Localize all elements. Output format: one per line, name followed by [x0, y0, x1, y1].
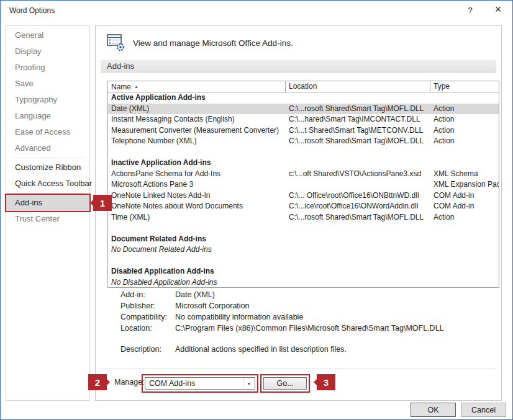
- section-header-addins: Add-ins: [101, 60, 496, 73]
- detail-row: Publisher:Microsoft Corporation: [120, 300, 444, 311]
- sidebar-item-add-ins[interactable]: Add-ins: [6, 195, 89, 211]
- table-empty-row: No Disabled Application Add-ins: [108, 277, 499, 288]
- annotation-box-go-button: Go...: [260, 374, 310, 393]
- sidebar-divider: [11, 158, 84, 158]
- table-row[interactable]: Instant Messaging Contacts (English)C:\.…: [108, 114, 499, 125]
- sidebar-divider: [11, 193, 84, 194]
- help-icon[interactable]: ?: [464, 6, 476, 15]
- column-header-name[interactable]: Name▲: [108, 81, 286, 92]
- badge-number: 3: [324, 377, 329, 388]
- table-group-row: Disabled Application Add-ins: [108, 266, 499, 277]
- table-spacer-row: [108, 147, 499, 158]
- panel-header: View and manage Microsoft Office Add-ins…: [106, 31, 293, 55]
- sidebar-item-general[interactable]: General: [6, 27, 89, 43]
- annotation-box-manage-dropdown: COM Add-ins ▼: [142, 374, 258, 393]
- sidebar-item-proofing[interactable]: Proofing: [6, 60, 89, 76]
- badge-number: 1: [100, 198, 105, 208]
- badge-number: 2: [95, 377, 100, 388]
- sidebar-item-typography[interactable]: Typography: [6, 92, 89, 108]
- go-button[interactable]: Go...: [263, 377, 307, 390]
- sidebar: General Display Proofing Save Typography…: [6, 25, 90, 401]
- table-spacer-row: [108, 256, 499, 267]
- detail-row: Description:Additional actions specified…: [120, 344, 444, 355]
- addins-table: Name▲ Location Type Active Application A…: [107, 81, 499, 288]
- table-body: Active Application Add-ins Date (XML)C:\…: [107, 92, 499, 288]
- badge-pointer: [310, 378, 317, 386]
- badge-pointer: [86, 199, 94, 207]
- manage-label: Manage:: [114, 378, 145, 386]
- annotation-badge-1: 1: [93, 195, 112, 211]
- table-group-row: Active Application Add-ins: [108, 92, 499, 104]
- word-options-dialog: Word Options ? × General Display Proofin…: [0, 0, 513, 420]
- table-empty-row: No Document Related Add-ins: [108, 244, 499, 256]
- table-header: Name▲ Location Type: [107, 81, 499, 92]
- sort-ascending-icon: ▲: [134, 84, 138, 89]
- sidebar-item-save[interactable]: Save: [6, 76, 89, 92]
- close-icon[interactable]: ×: [491, 3, 505, 16]
- table-group-row: Inactive Application Add-ins: [108, 158, 499, 169]
- sidebar-item-trust-center[interactable]: Trust Center: [6, 211, 89, 227]
- detail-row: Compatibility:No compatibility informati…: [120, 311, 444, 323]
- titlebar: Word Options ? ×: [1, 1, 512, 20]
- column-header-type[interactable]: Type: [430, 81, 499, 92]
- panel-description: View and manage Microsoft Office Add-ins…: [133, 38, 293, 48]
- window-title: Word Options: [9, 6, 55, 15]
- divider: [101, 369, 496, 369]
- sidebar-item-language[interactable]: Language: [6, 108, 89, 124]
- sidebar-item-customize-ribbon[interactable]: Customize Ribbon: [6, 159, 89, 176]
- table-row[interactable]: Microsoft Actions Pane 3XML Expansion Pa…: [108, 179, 499, 190]
- manage-dropdown-value: COM Add-ins: [145, 378, 243, 389]
- addins-panel: View and manage Microsoft Office Add-ins…: [95, 25, 502, 401]
- column-header-name-label: Name: [111, 83, 131, 91]
- annotation-badge-3: 3: [317, 374, 335, 390]
- cancel-button[interactable]: Cancel: [461, 403, 506, 417]
- table-row[interactable]: OneNote Linked Notes Add-InC:\... Office…: [108, 190, 499, 202]
- chevron-down-icon[interactable]: ▼: [243, 378, 255, 389]
- badge-pointer: [106, 378, 114, 386]
- addins-icon: [106, 32, 125, 54]
- table-row[interactable]: Measurement Converter (Measurement Conve…: [108, 125, 499, 136]
- detail-row: Add-in:Date (XML): [120, 289, 444, 300]
- column-header-location[interactable]: Location: [286, 81, 430, 92]
- sidebar-item-ease-of-access[interactable]: Ease of Access: [6, 124, 89, 140]
- table-group-row: Document Related Add-ins: [108, 234, 499, 245]
- sidebar-item-display[interactable]: Display: [6, 43, 89, 60]
- table-row[interactable]: ActionsPane Schema for Add-Insc:\...oft …: [108, 169, 499, 180]
- table-row[interactable]: Telephone Number (XML)C:\...rosoft Share…: [108, 136, 499, 147]
- addin-details: Add-in:Date (XML) Publisher:Microsoft Co…: [120, 289, 444, 355]
- table-row[interactable]: OneNote Notes about Word DocumentsC:\...…: [108, 201, 499, 212]
- detail-row: Location:C:\Program Files (x86)\Common F…: [120, 323, 444, 334]
- annotation-badge-2: 2: [88, 374, 107, 390]
- table-spacer-row: [108, 223, 499, 234]
- manage-dropdown[interactable]: COM Add-ins ▼: [145, 377, 255, 390]
- table-row[interactable]: Time (XML)C:\...rosoft Shared\Smart Tag\…: [108, 212, 499, 223]
- sidebar-item-advanced[interactable]: Advanced: [6, 140, 89, 156]
- ok-button[interactable]: OK: [411, 403, 456, 417]
- sidebar-item-quick-access-toolbar[interactable]: Quick Access Toolbar: [6, 176, 89, 192]
- table-row-selected[interactable]: Date (XML)C:\...rosoft Shared\Smart Tag\…: [108, 104, 499, 115]
